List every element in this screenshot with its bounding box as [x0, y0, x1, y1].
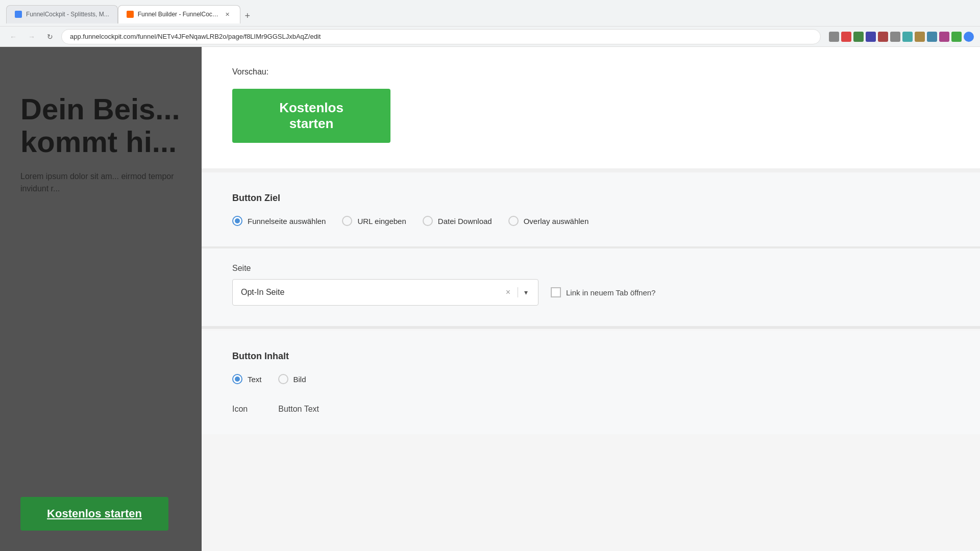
ext-icon-6[interactable]	[890, 32, 900, 42]
tab2-favicon	[127, 11, 134, 18]
browser-tabs-bar: FunnelCockpit - Splittests, M... Funnel …	[0, 0, 980, 27]
radio-bild-circle[interactable]	[278, 374, 288, 384]
ext-icon-2[interactable]	[841, 32, 851, 42]
new-tab-checkbox-row[interactable]: Link in neuem Tab öffnen?	[551, 287, 655, 297]
new-tab-checkbox[interactable]	[551, 287, 561, 297]
icon-col: Icon	[232, 405, 248, 414]
seite-section: Seite Opt-In Seite × ▾ Link in neuem Tab…	[202, 248, 980, 328]
address-bar[interactable]: app.funnelcockpit.com/funnel/NETv4JFeNqa…	[61, 29, 821, 44]
button-text-col: Button Text	[278, 405, 319, 414]
main-area: Dein Beis... kommt hi... Lorem ipsum dol…	[0, 47, 980, 551]
forward-button[interactable]: →	[24, 30, 39, 44]
button-ziel-options: Funnelseite auswählen URL eingeben Datei…	[232, 216, 949, 226]
ext-icon-11[interactable]	[951, 32, 962, 42]
ext-icon-3[interactable]	[853, 32, 864, 42]
address-bar-row: ← → ↻ app.funnelcockpit.com/funnel/NETv4…	[0, 27, 980, 47]
tab-funnel-builder[interactable]: Funnel Builder - FunnelCockpit ✕	[118, 5, 240, 23]
left-subtext: Lorem ipsum dolor sit am... eirmod tempo…	[20, 170, 181, 195]
left-preview-panel: Dein Beis... kommt hi... Lorem ipsum dol…	[0, 47, 202, 551]
profile-icon[interactable]	[964, 32, 974, 42]
ext-icon-9[interactable]	[927, 32, 937, 42]
ext-icon-4[interactable]	[866, 32, 876, 42]
button-ziel-section: Button Ziel Funnelseite auswählen URL ei…	[202, 172, 980, 248]
seite-label: Seite	[232, 264, 949, 273]
radio-overlay-circle[interactable]	[508, 216, 519, 226]
preview-button-label: Kostenlos starten	[279, 100, 344, 131]
radio-funnelseite-circle[interactable]	[232, 216, 242, 226]
radio-url-label: URL eingeben	[357, 217, 406, 226]
radio-overlay[interactable]: Overlay auswählen	[508, 216, 589, 226]
select-actions: × ▾	[503, 287, 530, 298]
back-button[interactable]: ←	[6, 30, 20, 44]
button-inhalt-section: Button Inhalt Text Bild	[202, 331, 980, 399]
tab-splittests[interactable]: FunnelCockpit - Splittests, M...	[6, 5, 118, 23]
seite-value: Opt-In Seite	[241, 288, 284, 297]
select-arrow-icon[interactable]: ▾	[522, 287, 530, 297]
headline-line1: Dein Beis...	[20, 92, 180, 126]
radio-funnelseite[interactable]: Funnelseite auswählen	[232, 216, 326, 226]
radio-funnelseite-label: Funnelseite auswählen	[248, 217, 326, 226]
browser-extension-icons	[829, 32, 974, 42]
radio-bild[interactable]: Bild	[278, 374, 306, 384]
radio-datei[interactable]: Datei Download	[423, 216, 492, 226]
preview-section: Vorschau: Kostenlos starten	[202, 47, 980, 172]
button-inhalt-options: Text Bild	[232, 374, 949, 384]
ext-icon-10[interactable]	[939, 32, 949, 42]
radio-datei-label: Datei Download	[438, 217, 492, 226]
subtext-text: Lorem ipsum dolor sit am... eirmod tempo…	[20, 170, 181, 195]
seite-select-row: Opt-In Seite × ▾ Link in neuem Tab öffne…	[232, 279, 949, 306]
new-tab-button[interactable]: +	[240, 9, 255, 23]
tab1-title: FunnelCockpit - Splittests, M...	[26, 11, 109, 18]
icon-text-section: Icon Button Text	[202, 399, 980, 434]
button-ziel-title: Button Ziel	[232, 193, 949, 204]
ext-icon-7[interactable]	[902, 32, 913, 42]
ext-icon-5[interactable]	[878, 32, 888, 42]
button-text-col-label: Button Text	[278, 405, 319, 414]
radio-text-label: Text	[248, 375, 262, 384]
right-editor-panel: Vorschau: Kostenlos starten Button Ziel …	[202, 47, 980, 551]
left-cta-button[interactable]: Kostenlos starten	[20, 497, 168, 531]
radio-overlay-label: Overlay auswählen	[524, 217, 589, 226]
address-text: app.funnelcockpit.com/funnel/NETv4JFeNqa…	[70, 33, 321, 40]
ext-icon-1[interactable]	[829, 32, 839, 42]
radio-text[interactable]: Text	[232, 374, 262, 384]
radio-datei-circle[interactable]	[423, 216, 433, 226]
tab2-close-icon[interactable]: ✕	[224, 10, 232, 18]
preview-cta-button[interactable]: Kostenlos starten	[232, 89, 390, 143]
select-divider	[518, 287, 518, 297]
radio-url-circle[interactable]	[342, 216, 352, 226]
radio-bild-label: Bild	[293, 375, 306, 384]
radio-text-circle[interactable]	[232, 374, 242, 384]
left-headline: Dein Beis... kommt hi...	[20, 93, 181, 158]
left-cta-label: Kostenlos starten	[47, 507, 142, 520]
select-clear-icon[interactable]: ×	[503, 287, 513, 298]
tabs-container: FunnelCockpit - Splittests, M... Funnel …	[6, 3, 255, 23]
button-inhalt-title: Button Inhalt	[232, 351, 949, 362]
section-divider	[202, 328, 980, 329]
ext-icon-8[interactable]	[915, 32, 925, 42]
left-content: Dein Beis... kommt hi... Lorem ipsum dol…	[0, 47, 202, 551]
tab2-title: Funnel Builder - FunnelCockpit	[138, 11, 219, 18]
icon-col-label: Icon	[232, 405, 248, 414]
seite-dropdown[interactable]: Opt-In Seite × ▾	[232, 279, 538, 306]
preview-label: Vorschau:	[232, 67, 949, 77]
new-tab-label: Link in neuem Tab öffnen?	[566, 288, 655, 297]
headline-line2: kommt hi...	[20, 125, 177, 158]
reload-button[interactable]: ↻	[43, 30, 57, 44]
icon-text-cols: Icon Button Text	[232, 405, 949, 414]
radio-url[interactable]: URL eingeben	[342, 216, 406, 226]
tab1-favicon	[15, 11, 22, 18]
